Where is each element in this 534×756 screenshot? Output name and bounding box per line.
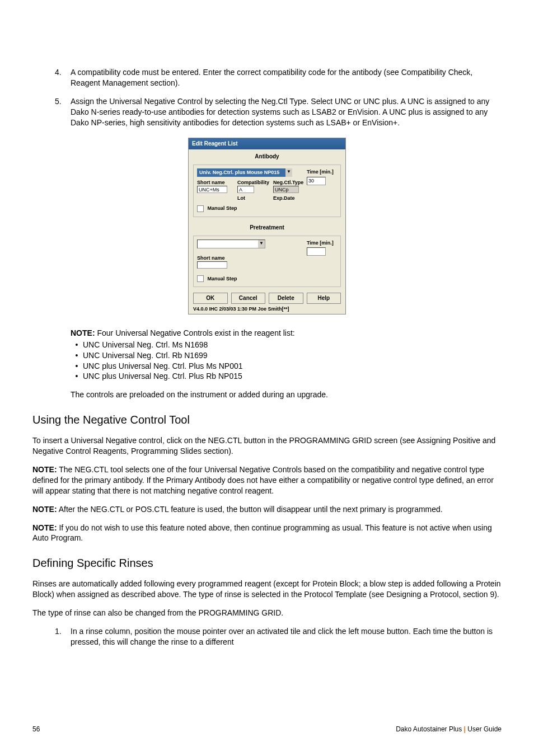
note-trailer: The controls are preloaded on the instru… (71, 389, 502, 400)
note-text: After the NEG.CTL or POS.CTL feature is … (57, 505, 443, 514)
page-number: 56 (32, 725, 40, 734)
unc-bullet-1: UNC Universal Neg. Ctrl. Ms N1698 (71, 340, 502, 350)
short-name-input[interactable]: UNC+Ms (197, 186, 227, 193)
page-footer: 56 Dako Autostainer Plus | User Guide (32, 725, 502, 734)
note-unc-list: NOTE: Four Universal Negative Controls e… (71, 328, 502, 400)
footer-sep: | (462, 725, 467, 733)
time-input[interactable]: 30 (307, 177, 326, 185)
pretreat-time-label: Time [min.] (307, 240, 336, 246)
list-item-4-text: A compatibility code must be entered. En… (71, 67, 502, 88)
list-item-5: 5. Assign the Universal Negative Control… (32, 96, 502, 128)
neg-tool-note-b: NOTE: After the NEG.CTL or POS.CTL featu… (32, 504, 502, 515)
neg-tool-note-c: NOTE: If you do not wish to use this fea… (32, 523, 502, 544)
rinse-step-1-text: In a rinse column, position the mouse po… (71, 626, 502, 647)
heading-rinses: Defining Specific Rinses (32, 556, 502, 571)
antibody-heading: Antibody (189, 149, 345, 163)
neg-type-label: Neg.Ctl.Type (273, 179, 307, 186)
short-name-label: Short name (197, 179, 234, 186)
note-label: NOTE: (32, 465, 57, 474)
neg-tool-note-a: NOTE: The NEG.CTL tool selects one of th… (32, 464, 502, 496)
pretreat-panel: ▼ Time [min.] Short name Manual Step (193, 236, 341, 287)
antibody-manual-step-checkbox[interactable] (197, 205, 204, 212)
rinses-p1: Rinses are automatically added following… (32, 579, 502, 600)
neg-tool-p1: To insert a Universal Negative control, … (32, 435, 502, 457)
exp-date-label: Exp.Date (273, 195, 307, 201)
note-text: If you do not wish to use this feature n… (32, 523, 492, 543)
list-item-5-num: 5. (55, 96, 71, 128)
rinse-step-1-num: 1. (55, 626, 71, 647)
pretreat-manual-step-checkbox[interactable] (197, 275, 204, 282)
antibody-manual-step-label: Manual Step (208, 205, 237, 211)
edit-reagent-dialog: Edit Reagent List Antibody Univ. Neg.Ctr… (188, 138, 346, 314)
heading-neg-control-tool: Using the Negative Control Tool (32, 412, 502, 428)
cancel-button[interactable]: Cancel (231, 293, 266, 304)
footer-product: Dako Autostainer Plus (396, 725, 462, 733)
time-label: Time [min.] (307, 168, 336, 175)
list-item-5-text: Assign the Universal Negative Control by… (71, 96, 502, 128)
note-label: NOTE: (71, 328, 95, 337)
compat-input[interactable]: A (237, 186, 254, 193)
delete-button[interactable]: Delete (269, 293, 303, 304)
note-label: NOTE: (32, 523, 57, 532)
numbered-list-top: 4. A compatibility code must be entered.… (32, 67, 502, 128)
footer-tail: User Guide (467, 725, 502, 733)
antibody-panel: Univ. Neg.Ctrl. plus Mouse NP015 ▼ Time … (193, 165, 341, 217)
dialog-figure-wrap: Edit Reagent List Antibody Univ. Neg.Ctr… (32, 138, 502, 314)
pretreat-dropdown[interactable]: ▼ (197, 240, 265, 248)
neg-type-select[interactable]: UNCp (273, 186, 299, 193)
chevron-down-icon: ▼ (285, 168, 292, 176)
ok-button[interactable]: OK (193, 293, 228, 304)
unc-bullet-2: UNC Universal Neg. Ctrl. Rb N1699 (71, 350, 502, 361)
rinses-p2: The type of rinse can also be changed fr… (32, 608, 502, 618)
pretreat-heading: Pretreatment (189, 220, 345, 234)
dialog-titlebar: Edit Reagent List (189, 138, 345, 149)
rinse-steps-list: 1. In a rinse column, position the mouse… (32, 626, 502, 647)
list-item-4: 4. A compatibility code must be entered.… (32, 67, 502, 88)
pretreat-time-input[interactable] (307, 247, 326, 256)
note-lead: Four Universal Negative Controls exist i… (95, 328, 295, 337)
dialog-status-bar: V4.0.0 IHC 2/03/03 1:30 PM Joe Smith[**] (189, 305, 345, 314)
pretreat-time-col: Time [min.] (307, 240, 336, 256)
pretreat-manual-step-label: Manual Step (208, 276, 237, 281)
help-button[interactable]: Help (307, 293, 341, 304)
lot-label: Lot (237, 195, 270, 201)
footer-right: Dako Autostainer Plus | User Guide (396, 725, 502, 734)
pretreat-short-name-input[interactable] (197, 261, 227, 269)
antibody-dropdown-text: Univ. Neg.Ctrl. plus Mouse NP015 (199, 170, 279, 175)
dialog-button-row: OK Cancel Delete Help (189, 290, 345, 305)
unc-bullet-4: UNC plus Universal Neg. Ctrl. Plus Rb NP… (71, 371, 502, 382)
chevron-down-icon: ▼ (258, 240, 265, 248)
unc-bullet-3: UNC plus Universal Neg. Ctrl. Plus Ms NP… (71, 361, 502, 372)
list-item-4-num: 4. (55, 67, 71, 88)
note-label: NOTE: (32, 505, 57, 514)
rinse-step-1: 1. In a rinse column, position the mouse… (32, 626, 502, 647)
note-text: The NEG.CTL tool selects one of the four… (32, 465, 494, 495)
compat-label: Compatibility (237, 179, 270, 186)
antibody-time-col: Time [min.] 30 (307, 168, 336, 185)
unc-bullet-list: UNC Universal Neg. Ctrl. Ms N1698 UNC Un… (71, 340, 502, 382)
antibody-dropdown[interactable]: Univ. Neg.Ctrl. plus Mouse NP015 ▼ (197, 168, 292, 176)
